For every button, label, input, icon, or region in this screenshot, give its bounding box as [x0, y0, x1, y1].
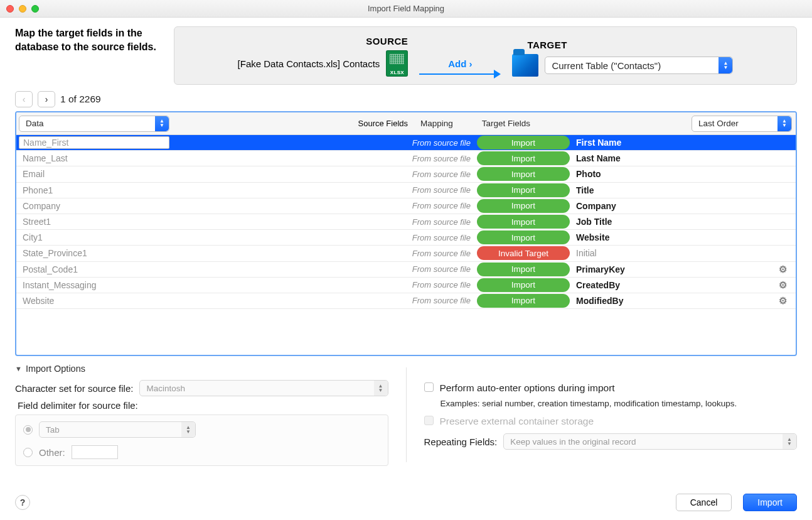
- from-source-label: From source file: [412, 296, 477, 305]
- chevron-updown-icon: ▲▼: [719, 57, 732, 73]
- target-order-select[interactable]: Last Order ▲▼: [692, 116, 792, 132]
- repeating-fields-value: Keep values in the original record: [510, 437, 636, 447]
- target-field-name[interactable]: Initial: [576, 248, 796, 258]
- mapping-status-import[interactable]: Import: [477, 278, 570, 292]
- target-field-name[interactable]: Title: [576, 185, 796, 195]
- source-field-name[interactable]: Email: [19, 168, 169, 180]
- target-table-value: Current Table ("Contacts"): [552, 60, 661, 71]
- radio-tab[interactable]: [23, 425, 33, 435]
- mapping-row[interactable]: Instant_MessagingFrom source fileImportC…: [16, 278, 796, 293]
- mapping-status-import[interactable]: Import: [477, 167, 570, 181]
- charset-label: Character set for source file:: [15, 383, 133, 394]
- mapping-row[interactable]: Name_FirstFrom source fileImportFirst Na…: [16, 135, 796, 151]
- autoenter-checkbox[interactable]: [424, 382, 434, 392]
- delimiter-other-input[interactable]: [72, 445, 118, 459]
- chevron-updown-icon: ▲▼: [783, 434, 796, 449]
- autoenter-examples: Examples: serial number, creation timest…: [441, 399, 798, 408]
- mapping-status-import[interactable]: Import: [477, 263, 570, 276]
- source-field-name[interactable]: City1: [19, 232, 169, 243]
- target-table-select[interactable]: Current Table ("Contacts") ▲▼: [545, 57, 733, 74]
- target-field-name[interactable]: Photo: [576, 169, 796, 179]
- from-source-label: From source file: [412, 264, 477, 274]
- mapping-row[interactable]: EmailFrom source fileImportPhoto: [16, 166, 796, 182]
- from-source-label: From source file: [412, 280, 477, 290]
- xlsx-badge: XLSX: [387, 70, 407, 75]
- mapping-row[interactable]: Postal_Code1From source fileImportPrimar…: [16, 262, 796, 278]
- mapping-status-import[interactable]: Import: [477, 294, 570, 308]
- import-options-heading[interactable]: ▼ Import Options: [15, 364, 388, 374]
- from-source-label: From source file: [412, 217, 477, 227]
- source-field-name[interactable]: Name_Last: [19, 153, 169, 164]
- chevron-updown-icon: ▲▼: [777, 116, 791, 131]
- folder-icon: [512, 54, 538, 77]
- source-field-name[interactable]: Instant_Messaging: [19, 279, 169, 291]
- chevron-updown-icon: ▲▼: [155, 116, 169, 131]
- source-heading: SOURCE: [366, 36, 408, 46]
- source-filename: [Fake Data Contacts.xls] Contacts: [238, 58, 380, 69]
- mapping-row[interactable]: City1From source fileImportWebsite: [16, 230, 796, 246]
- mapping-row[interactable]: State_Province1From source fileInvalid T…: [16, 246, 796, 261]
- instructions-text: Map the target fields in the database to…: [15, 26, 163, 85]
- next-record-button[interactable]: ›: [38, 91, 55, 107]
- target-field-name[interactable]: Website: [576, 232, 796, 242]
- target-order-value: Last Order: [698, 119, 739, 128]
- col-header-mapping: Mapping: [420, 119, 453, 128]
- gear-icon[interactable]: ⚙: [779, 295, 787, 306]
- target-field-name[interactable]: ModifiedBy⚙: [576, 295, 796, 306]
- source-field-name[interactable]: Name_First: [19, 136, 169, 149]
- source-view-select[interactable]: Data ▲▼: [19, 116, 169, 132]
- vertical-divider: [406, 367, 407, 462]
- source-field-name[interactable]: Street1: [19, 216, 169, 227]
- mapping-status-import[interactable]: Import: [477, 151, 570, 165]
- col-header-target: Target Fields: [482, 119, 530, 128]
- source-field-name[interactable]: Postal_Code1: [19, 264, 169, 275]
- grid-body[interactable]: Name_FirstFrom source fileImportFirst Na…: [16, 135, 796, 355]
- mapping-status-import[interactable]: Import: [477, 230, 570, 244]
- mapping-row[interactable]: CompanyFrom source fileImportCompany: [16, 198, 796, 214]
- from-source-label: From source file: [412, 154, 477, 163]
- window-title: Import Field Mapping: [0, 4, 812, 13]
- radio-other[interactable]: [23, 448, 33, 457]
- delimiter-tab-select[interactable]: Tab ▲▼: [39, 421, 196, 438]
- mapping-status-import[interactable]: Import: [477, 199, 570, 213]
- import-button[interactable]: Import: [743, 494, 797, 511]
- mapping-status-import[interactable]: Import: [477, 136, 570, 149]
- target-field-name[interactable]: CreatedBy⚙: [576, 279, 796, 291]
- gear-icon[interactable]: ⚙: [779, 279, 787, 291]
- disclosure-triangle-icon: ▼: [15, 365, 22, 372]
- target-field-name[interactable]: Company: [576, 201, 796, 211]
- source-field-name[interactable]: Website: [19, 295, 169, 306]
- from-source-label: From source file: [412, 201, 477, 210]
- help-button[interactable]: ?: [15, 495, 30, 510]
- delimiter-other-label: Other:: [39, 447, 65, 458]
- mapping-row[interactable]: WebsiteFrom source fileImportModifiedBy⚙: [16, 293, 796, 309]
- source-field-name[interactable]: Phone1: [19, 185, 169, 196]
- mapping-status-import[interactable]: Import: [477, 183, 570, 197]
- xlsx-icon: XLSX: [386, 50, 408, 77]
- target-field-name[interactable]: PrimaryKey⚙: [576, 264, 796, 275]
- chevron-updown-icon: ▲▼: [181, 422, 195, 437]
- gear-icon[interactable]: ⚙: [779, 264, 787, 275]
- delimiter-label: Field delimiter for source file:: [18, 400, 138, 411]
- mapping-status-invalid[interactable]: Invalid Target: [477, 246, 570, 260]
- charset-select[interactable]: Macintosh ▲▼: [139, 380, 388, 396]
- source-field-name[interactable]: Company: [19, 200, 169, 212]
- delimiter-radiogroup: Tab ▲▼ Other:: [15, 414, 388, 466]
- mapping-status-import[interactable]: Import: [477, 215, 570, 229]
- autoenter-label: Perform auto-enter options during import: [440, 382, 615, 394]
- cancel-button[interactable]: Cancel: [676, 494, 732, 511]
- mapping-row[interactable]: Street1From source fileImportJob Title: [16, 214, 796, 230]
- from-source-label: From source file: [412, 185, 477, 195]
- mapping-row[interactable]: Name_LastFrom source fileImportLast Name: [16, 151, 796, 166]
- repeating-fields-select[interactable]: Keep values in the original record ▲▼: [503, 433, 797, 450]
- target-field-name[interactable]: Job Title: [576, 217, 796, 227]
- target-field-name[interactable]: Last Name: [576, 153, 796, 163]
- window-titlebar: Import Field Mapping: [0, 0, 812, 18]
- target-field-name[interactable]: First Name: [576, 138, 796, 148]
- prev-record-button[interactable]: ‹: [15, 91, 33, 107]
- mapping-row[interactable]: Phone1From source fileImportTitle: [16, 183, 796, 198]
- add-action-label[interactable]: Add ›: [448, 58, 472, 69]
- preserve-storage-label: Preserve external container storage: [440, 416, 594, 427]
- source-field-name[interactable]: State_Province1: [19, 247, 169, 259]
- source-view-value: Data: [26, 119, 44, 128]
